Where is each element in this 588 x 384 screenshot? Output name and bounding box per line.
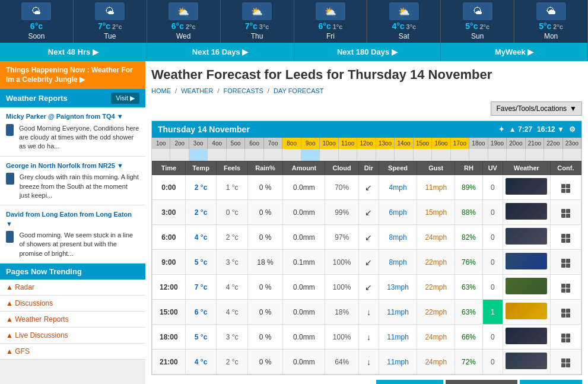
settings-icon[interactable]: ⚙: [569, 125, 576, 134]
trending-item-2[interactable]: Weather Reports: [0, 312, 145, 328]
nav-tab-16days[interactable]: Next 16 Days ▶: [147, 43, 294, 61]
weather-day-cell[interactable]: 🌤 5°c 2°c Sun: [441, 0, 514, 43]
rain-cell: [227, 149, 245, 161]
conf-cell[interactable]: [550, 350, 581, 375]
weather-icon: ⛅: [242, 2, 272, 20]
breadcrumb-weather[interactable]: WEATHER: [181, 87, 213, 94]
temp-main: 4°c 3°c: [368, 21, 439, 31]
time-cell: 6:00: [152, 225, 186, 250]
conf-grid[interactable]: [561, 259, 570, 268]
weather-day-cell[interactable]: ⛅ 7°c 3°c Thu: [221, 0, 294, 43]
trending-item-3[interactable]: Live Discussions: [0, 328, 145, 344]
weather-day-cell[interactable]: ⛅ 6°c 2°c Wed: [147, 0, 221, 43]
conf-grid[interactable]: [561, 184, 570, 193]
trending-item-1[interactable]: Discussions: [0, 296, 145, 312]
rain-cell: [170, 149, 189, 161]
speed-cell: 8mph: [379, 250, 417, 275]
nav-tab-48hrs[interactable]: Next 48 Hrs ▶: [0, 43, 147, 61]
weather-cell: [503, 325, 550, 350]
conf-cell[interactable]: [550, 225, 581, 250]
faves-dropdown[interactable]: Faves/Tools/Locations ▼: [491, 101, 582, 116]
uv-cell: 0: [482, 175, 503, 200]
report-image: [6, 231, 14, 243]
nav-tab-180days[interactable]: Next 180 Days ▶: [294, 43, 441, 61]
conf-cell[interactable]: [550, 250, 581, 275]
weather-day-cell[interactable]: ⛅ 4°c 3°c Sat: [367, 0, 441, 43]
conf-grid[interactable]: [561, 358, 570, 367]
weather-cell: [503, 275, 550, 300]
conf-cell[interactable]: [550, 325, 581, 350]
rain-cell: [189, 149, 208, 161]
rh-cell: 88%: [455, 200, 482, 225]
report-image: [6, 124, 14, 136]
daylight-only-button[interactable]: DayLight Only: [376, 380, 443, 384]
rain-cell: [395, 149, 413, 161]
temp-cell: 2 °c: [185, 175, 217, 200]
reporter-name[interactable]: Micky Parker @ Paignton from TQ4 ▼: [6, 112, 139, 121]
weather-cell: [503, 350, 550, 375]
conf-grid[interactable]: [561, 334, 570, 342]
th-feels: Feels: [217, 161, 247, 175]
report-item-2: David from Long Eaton from Long Eaton ▼ …: [0, 205, 145, 264]
weather-day-cell[interactable]: ⛅ 6°c 1°c Fri: [294, 0, 368, 43]
breadcrumb-dayforecast[interactable]: DAY FORECAST: [274, 87, 324, 94]
day-label: Mon: [516, 32, 586, 40]
th-rh: RH: [455, 161, 482, 175]
weather-day-cell[interactable]: 🌤 6°c Soon: [0, 0, 74, 43]
visit-button[interactable]: Visit ▶: [111, 93, 139, 104]
reporter-name[interactable]: George in North Norfolk from NR25 ▼: [6, 161, 139, 170]
weather-cell: [503, 250, 550, 275]
table-header: TimeTempFeelsRain%AmountCloudDirSpeedGus…: [152, 161, 581, 175]
conf-grid[interactable]: [561, 284, 570, 293]
table-row: 21:00 4 °c 2 °c 0 % 0.0mm 64% ↓ 11mph 24…: [152, 350, 581, 375]
conf-grid-cell: [561, 264, 565, 268]
temp-secondary: 3°c: [258, 23, 269, 30]
weather-cell: [503, 200, 550, 225]
conf-cell[interactable]: [550, 200, 581, 225]
trending-item-0[interactable]: Radar: [0, 280, 145, 296]
hour-cell-14: 15oo: [414, 138, 432, 149]
temp-cell: 5 °c: [185, 250, 217, 275]
day-label: Sat: [368, 32, 439, 40]
feels-cell: 2 °c: [217, 350, 247, 375]
speed-cell: 6mph: [379, 200, 417, 225]
hour-cell-20: 21oo: [526, 138, 544, 149]
weather-day-cell[interactable]: 🌥 5°c 2°c Mon: [514, 0, 588, 43]
conf-grid-cell: [566, 209, 570, 213]
amount-cell: 0.0mm: [283, 175, 325, 200]
report-text: Good Morning Everyone, Conditions here a…: [19, 124, 139, 151]
reporter-name[interactable]: David from Long Eaton from Long Eaton ▼: [6, 210, 139, 229]
hour-cell-6: 7oo: [264, 138, 282, 149]
table-row: 18:00 5 °c 3 °c 0 % 0.0mm 100% ↓ 11mph 2…: [152, 325, 581, 350]
faves-bar: Faves/Tools/Locations ▼: [151, 101, 582, 116]
conf-cell[interactable]: [550, 275, 581, 300]
show-hourly-button[interactable]: Show Hourly: [520, 380, 582, 384]
rain-pct-cell: 18 %: [247, 250, 283, 275]
sidebar-banner[interactable]: Things Happening Now : Weather For Im a …: [0, 61, 145, 89]
nav-tab-myweek[interactable]: MyWeek ▶: [441, 43, 588, 61]
conf-cell[interactable]: [550, 175, 581, 200]
breadcrumb-forecasts[interactable]: FORECASTS: [224, 87, 263, 94]
conf-grid[interactable]: [561, 234, 570, 243]
rh-cell: 63%: [455, 300, 482, 325]
weather-day-cell[interactable]: 🌤 7°c 2°c Tue: [74, 0, 147, 43]
sun-info: ✦ ▲ 7:27 16:12 ▼ ⚙: [498, 125, 576, 134]
conf-grid[interactable]: [561, 309, 570, 318]
nighttime-only-button[interactable]: NightTime Only: [446, 380, 517, 384]
th-weather: Weather: [503, 161, 550, 175]
table-row: 0:00 2 °c 1 °c 0 % 0.0mm 70% ↙ 4mph 11mp…: [152, 175, 581, 200]
conf-grid-cell: [561, 363, 565, 367]
temp-secondary: 2°c: [551, 23, 563, 30]
rh-cell: 66%: [455, 325, 482, 350]
cloud-cell: 70%: [325, 175, 358, 200]
trending-item-4[interactable]: GFS: [0, 344, 145, 360]
report-item-1: George in North Norfolk from NR25 ▼ Grey…: [0, 157, 145, 206]
conf-cell[interactable]: [550, 300, 581, 325]
rain-cell: [451, 149, 469, 161]
speed-cell: 13mph: [379, 275, 417, 300]
cloud-cell: 99%: [325, 200, 358, 225]
conf-grid[interactable]: [561, 209, 570, 218]
th-conf: Conf.: [550, 161, 581, 175]
rain-cell: [301, 149, 320, 161]
breadcrumb-home[interactable]: HOME: [151, 87, 171, 94]
